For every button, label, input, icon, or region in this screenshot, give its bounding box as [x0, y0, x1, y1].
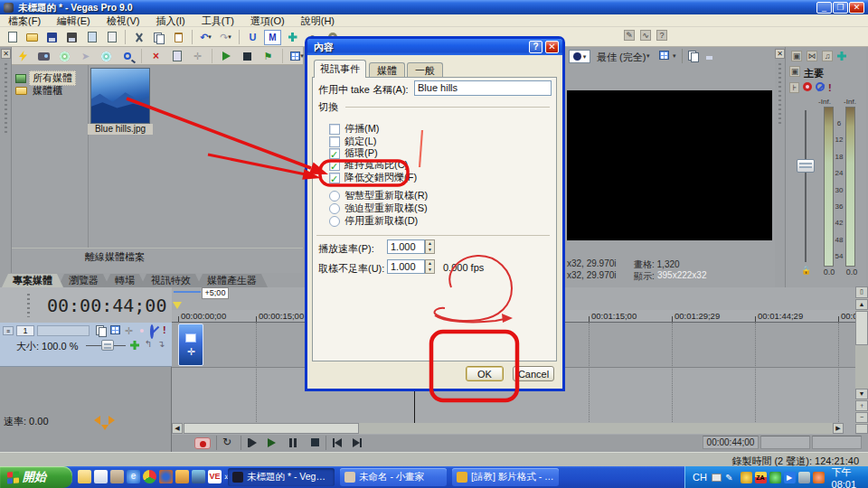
- track-number[interactable]: 1: [16, 325, 34, 336]
- menu-item-2[interactable]: 檢視(V): [99, 14, 148, 27]
- project-properties-icon[interactable]: [83, 30, 100, 45]
- quicklaunch-firefox-icon[interactable]: [159, 470, 173, 483]
- timeline-marker-icon[interactable]: [173, 302, 182, 309]
- quicklaunch-ie-icon[interactable]: e: [127, 470, 140, 483]
- envelope-tool-icon[interactable]: ∿: [640, 30, 651, 41]
- save-project-icon[interactable]: [43, 30, 61, 45]
- minimize-button[interactable]: _: [816, 2, 832, 14]
- tree-divider[interactable]: [88, 65, 89, 248]
- dialog-help-button[interactable]: ?: [529, 41, 542, 53]
- track-automation-icon[interactable]: [130, 341, 139, 350]
- loop-playback-button[interactable]: ↻: [222, 436, 231, 448]
- checkbox-box[interactable]: [329, 124, 340, 135]
- tab-media[interactable]: 媒體: [369, 62, 405, 78]
- dialog-checkbox-4[interactable]: ✓降低交錯閃爍(F): [329, 171, 417, 184]
- preview-flag-icon[interactable]: ⚑: [259, 49, 277, 64]
- quicklaunch-document-icon[interactable]: [94, 470, 108, 483]
- dock-tab-1[interactable]: 瀏覽器: [58, 274, 109, 287]
- bus-fx-icon[interactable]: [803, 82, 812, 91]
- selection-length-box[interactable]: [812, 436, 862, 449]
- quantize-to-frames-icon[interactable]: [284, 30, 301, 45]
- rate-scrub-right-icon[interactable]: [108, 416, 115, 425]
- menu-item-1[interactable]: 編輯(E): [49, 14, 99, 27]
- media-properties-icon[interactable]: [168, 49, 185, 64]
- master-fader-handle[interactable]: [797, 159, 815, 173]
- checkbox-box[interactable]: ✓: [329, 160, 340, 171]
- taskbar-task-0[interactable]: 未標題的 * - Vegas P...: [228, 468, 335, 486]
- track-solo-icon[interactable]: !: [163, 324, 166, 335]
- track-down-icon[interactable]: ↴: [157, 339, 165, 349]
- undersample-field[interactable]: 1.000: [387, 259, 425, 274]
- media-dock-grip[interactable]: ✕: [0, 47, 12, 273]
- scroll-right-icon[interactable]: ▶: [833, 423, 844, 434]
- track-up-icon[interactable]: ↰: [145, 339, 152, 349]
- mute-icon[interactable]: [816, 82, 825, 91]
- tray-volume-icon[interactable]: [813, 472, 825, 483]
- checkbox-box[interactable]: ✓: [329, 173, 340, 183]
- ok-button[interactable]: OK: [466, 366, 504, 381]
- track-name-field[interactable]: [37, 325, 90, 336]
- take-name-field[interactable]: Blue hills: [414, 80, 552, 96]
- taskbar-task-2[interactable]: [請教] 影片格式 - V...: [452, 468, 559, 486]
- quicklaunch-vegas-icon[interactable]: VE: [208, 470, 222, 483]
- overlays-grid-icon[interactable]: [659, 51, 669, 60]
- playback-rate-spinner[interactable]: ▲▼: [425, 239, 435, 254]
- mixer-close-icon[interactable]: ✕: [775, 49, 785, 59]
- paste-icon[interactable]: [170, 30, 187, 45]
- preview-play-icon[interactable]: [218, 49, 235, 64]
- current-time-display[interactable]: 00:00:44;00: [47, 295, 166, 316]
- add-bus-icon[interactable]: [837, 52, 846, 61]
- solo-icon[interactable]: !: [828, 82, 832, 93]
- quicklaunch-paint-icon[interactable]: [110, 470, 124, 483]
- undo-icon[interactable]: ↶▾: [197, 30, 214, 45]
- quicklaunch-folder-icon[interactable]: [78, 470, 91, 483]
- insert-fx-icon[interactable]: ⊦: [789, 82, 799, 93]
- mixer-properties-icon[interactable]: ▣: [791, 51, 802, 61]
- track-mute-icon[interactable]: [150, 324, 154, 339]
- tree-item-media-bins[interactable]: 媒體櫃: [15, 84, 65, 98]
- menu-item-0[interactable]: 檔案(F): [0, 14, 49, 27]
- keyboard-icon[interactable]: [712, 474, 722, 482]
- go-to-end-button[interactable]: [353, 438, 362, 447]
- get-from-cd-icon[interactable]: [98, 49, 115, 64]
- mixer-dock-grip[interactable]: ✕: [775, 47, 786, 287]
- dialog-titlebar[interactable]: 內容 ? ✕: [307, 39, 562, 55]
- zoom-in-icon[interactable]: ＋: [855, 400, 868, 411]
- menu-item-3[interactable]: 插入(I): [147, 14, 193, 27]
- cursor-time-box[interactable]: 00:00:44;00: [703, 436, 759, 449]
- new-project-icon[interactable]: [4, 30, 21, 45]
- language-indicator[interactable]: CH: [693, 472, 707, 483]
- tray-display-icon[interactable]: [798, 472, 810, 483]
- dock-tab-0[interactable]: 專案媒體: [2, 274, 63, 287]
- track-slider-handle[interactable]: [101, 340, 114, 351]
- dialog-checkbox-0[interactable]: 停播(M): [329, 122, 380, 136]
- overlays-dropdown-icon[interactable]: ▾: [673, 52, 676, 60]
- snap-icon[interactable]: U: [244, 30, 261, 45]
- edit-tool-icon[interactable]: ✎: [624, 30, 635, 41]
- dock-tab-4[interactable]: 媒體產生器: [196, 274, 268, 287]
- v-scrollbar[interactable]: ▯ ▲ ▼ ＋ −: [855, 286, 868, 434]
- views-icon[interactable]: ▾: [288, 49, 306, 64]
- go-to-start-button[interactable]: [333, 438, 342, 447]
- open-in-trimmer-icon[interactable]: [103, 30, 120, 45]
- tab-general[interactable]: 一般: [407, 62, 443, 78]
- tray-zonealarm-icon[interactable]: ZA: [755, 472, 767, 483]
- playback-rate-field[interactable]: 1.000: [387, 239, 425, 254]
- selection-start-box[interactable]: [760, 436, 810, 449]
- radio-circle[interactable]: [329, 216, 340, 227]
- h-scroll-thumb[interactable]: [184, 423, 359, 434]
- move-media-icon[interactable]: ✛: [189, 49, 206, 64]
- tray-mediaplayer-icon[interactable]: ▶: [784, 472, 796, 483]
- master-fader-track[interactable]: [805, 110, 807, 262]
- get-media-web-icon[interactable]: ➤: [77, 49, 94, 64]
- copy-icon[interactable]: [150, 30, 167, 45]
- marker-label[interactable]: +5;00: [202, 287, 229, 299]
- scroll-down-icon[interactable]: ▼: [855, 389, 868, 399]
- track-minimize-icon[interactable]: ≡: [3, 326, 14, 335]
- preview-quality-label[interactable]: 最佳 (完全): [597, 51, 646, 64]
- dialog-radio-2[interactable]: 停用重新取樣(D): [329, 214, 418, 228]
- dialog-radio-0[interactable]: 智慧型重新取樣(R): [329, 189, 428, 202]
- start-button[interactable]: 開始: [0, 466, 72, 488]
- track-parent-icon[interactable]: ✛: [125, 325, 133, 337]
- checkbox-box[interactable]: ✓: [329, 148, 340, 159]
